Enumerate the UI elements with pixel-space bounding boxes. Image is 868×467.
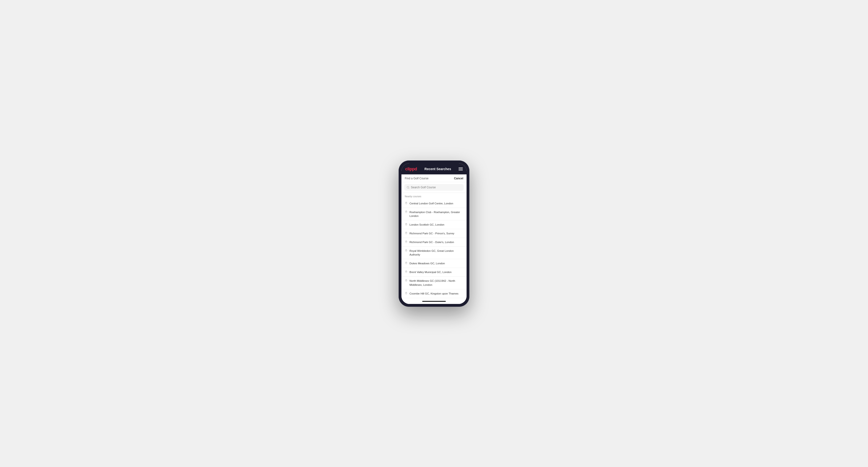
course-name: Central London Golf Centre, London xyxy=(409,201,453,205)
find-label: Find a Golf Course xyxy=(405,177,429,180)
cancel-button[interactable]: Cancel xyxy=(454,177,463,180)
course-name: Richmond Park GC - Duke's, London xyxy=(409,240,454,244)
course-name: Dukes Meadows GC, London xyxy=(409,261,445,265)
list-item[interactable]: Coombe Hill GC, Kingston upon Thames xyxy=(401,289,467,298)
pin-icon xyxy=(405,211,408,214)
course-name: Royal Wimbledon GC, Great London Authori… xyxy=(409,249,463,256)
list-item[interactable]: Brent Valley Municipal GC, London xyxy=(401,268,467,277)
pin-icon xyxy=(405,223,408,226)
course-list: Central London Golf Centre, London Roeha… xyxy=(401,199,467,299)
pin-icon xyxy=(405,249,408,252)
list-item[interactable]: Royal Wimbledon GC, Great London Authori… xyxy=(401,247,467,259)
course-name: North Middlesex GC (1011942 - North Midd… xyxy=(409,279,463,286)
svg-point-9 xyxy=(406,271,407,272)
course-name: Coombe Hill GC, Kingston upon Thames xyxy=(409,292,459,295)
list-item[interactable]: Roehampton Club - Roehampton, Greater Lo… xyxy=(401,208,467,220)
pin-icon xyxy=(405,271,408,274)
search-input-wrap xyxy=(404,184,464,191)
app-logo: clippd xyxy=(405,166,417,172)
hamburger-menu-button[interactable] xyxy=(459,167,463,170)
pin-icon xyxy=(405,241,408,244)
svg-point-8 xyxy=(406,262,407,263)
home-bar xyxy=(422,301,446,302)
pin-icon xyxy=(405,262,408,265)
course-name: Brent Valley Municipal GC, London xyxy=(409,270,452,274)
find-bar: Find a Golf Course Cancel xyxy=(401,175,467,182)
nearby-courses-label: Nearby courses xyxy=(401,193,467,199)
phone-screen: clippd Recent Searches Find a Golf Cours… xyxy=(401,163,467,304)
pin-icon xyxy=(405,202,408,205)
pin-icon xyxy=(405,232,408,235)
list-item[interactable]: London Scottish GC, London xyxy=(401,220,467,229)
course-name: Roehampton Club - Roehampton, Greater Lo… xyxy=(409,210,463,218)
app-header: clippd Recent Searches xyxy=(401,163,467,175)
list-item[interactable]: Dukes Meadows GC, London xyxy=(401,259,467,268)
svg-point-7 xyxy=(406,250,407,251)
svg-point-3 xyxy=(406,211,407,212)
svg-line-1 xyxy=(408,188,409,188)
search-container xyxy=(401,182,467,193)
app-title: Recent Searches xyxy=(425,167,451,171)
list-item[interactable]: Richmond Park GC - Duke's, London xyxy=(401,238,467,247)
svg-point-11 xyxy=(406,292,407,293)
svg-point-10 xyxy=(406,280,407,281)
svg-point-6 xyxy=(406,241,407,242)
main-content: Find a Golf Course Cancel Nearby courses xyxy=(401,175,467,299)
course-name: Richmond Park GC - Prince's, Surrey xyxy=(409,231,454,235)
svg-point-4 xyxy=(406,224,407,224)
list-item[interactable]: Central London Golf Centre, London xyxy=(401,199,467,208)
home-indicator xyxy=(401,299,467,304)
list-item[interactable]: North Middlesex GC (1011942 - North Midd… xyxy=(401,277,467,289)
svg-point-5 xyxy=(406,232,407,233)
svg-point-2 xyxy=(406,203,407,203)
course-name: London Scottish GC, London xyxy=(409,223,444,226)
pin-icon xyxy=(405,292,408,295)
search-input[interactable] xyxy=(411,186,461,189)
list-item[interactable]: Richmond Park GC - Prince's, Surrey xyxy=(401,229,467,238)
pin-icon xyxy=(405,279,408,282)
search-icon xyxy=(407,186,409,189)
phone-frame: clippd Recent Searches Find a Golf Cours… xyxy=(399,160,469,307)
